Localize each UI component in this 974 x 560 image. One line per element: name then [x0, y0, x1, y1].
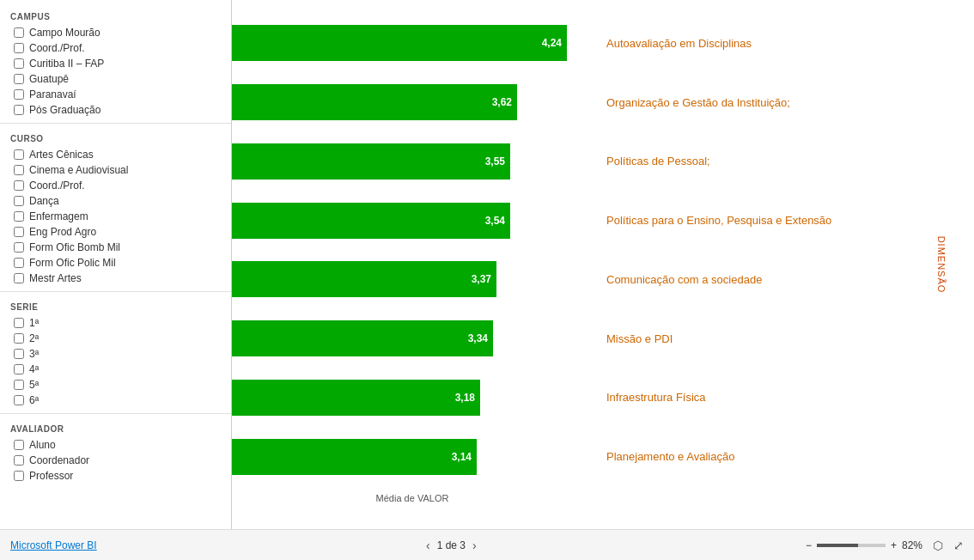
filter-item-2-3[interactable]: 4ª	[0, 362, 231, 377]
filter-label-3-1: Coordenador	[29, 454, 89, 466]
filter-item-1-1[interactable]: Cinema e Audiovisual	[0, 162, 231, 178]
filter-checkbox-1-8[interactable]	[14, 273, 24, 283]
filter-checkbox-2-2[interactable]	[14, 349, 24, 359]
pagination-text: 1 de 3	[437, 539, 466, 551]
filter-checkbox-2-4[interactable]	[14, 380, 24, 390]
zoom-minus-button[interactable]: −	[806, 539, 812, 551]
filter-label-0-0: Campo Mourão	[29, 27, 100, 39]
filter-item-0-2[interactable]: Curitiba II – FAP	[0, 56, 231, 71]
filter-checkbox-1-4[interactable]	[14, 211, 24, 222]
filter-label-1-2: Coord./Prof.	[29, 180, 85, 192]
fullscreen-icon[interactable]: ⤢	[953, 539, 964, 552]
bar-value-2: 3,55	[485, 155, 505, 167]
chart-inner: 4,24Autoavaliação em Disciplinas3,62Orga…	[232, 10, 974, 490]
filter-label-2-0: 1ª	[29, 317, 39, 329]
bar-wrapper-0: 4,24	[232, 25, 593, 61]
bar-value-0: 4,24	[542, 37, 562, 49]
filter-checkbox-2-5[interactable]	[14, 395, 24, 405]
filter-item-0-5[interactable]: Pós Graduação	[0, 102, 231, 118]
filter-label-2-1: 2ª	[29, 332, 39, 344]
bar-wrapper-5: 3,34	[232, 320, 593, 356]
zoom-plus-button[interactable]: +	[891, 539, 897, 551]
zoom-control: − + 82%	[806, 539, 922, 551]
filter-label-0-3: Guatupê	[29, 73, 69, 85]
filter-checkbox-0-5[interactable]	[14, 105, 24, 115]
bar-label-2: Políticas de Pessoal;	[606, 155, 710, 167]
filter-item-0-3[interactable]: Guatupê	[0, 71, 231, 87]
prev-page-button[interactable]: ‹	[426, 539, 430, 552]
bar-wrapper-3: 3,54	[232, 203, 593, 239]
bar-value-7: 3,14	[452, 451, 472, 463]
filter-checkbox-1-2[interactable]	[14, 180, 24, 191]
filter-item-1-7[interactable]: Form Ofic Polic Mil	[0, 255, 231, 271]
bar-row-6: 3,18Infraestrutura Física	[232, 376, 974, 419]
filter-checkbox-2-1[interactable]	[14, 333, 24, 344]
powerbi-link[interactable]: Microsoft Power BI	[10, 539, 97, 551]
filter-checkbox-1-7[interactable]	[14, 258, 24, 268]
filter-checkbox-3-0[interactable]	[14, 440, 24, 450]
bar-value-6: 3,18	[455, 392, 475, 404]
filter-checkbox-2-0[interactable]	[14, 318, 24, 328]
filter-label-1-3: Dança	[29, 195, 59, 207]
filter-item-2-2[interactable]: 3ª	[0, 346, 231, 362]
filter-label-1-5: Eng Prod Agro	[29, 226, 96, 238]
bar-row-1: 3,62Organização e Gestão da Instituição;	[232, 81, 974, 124]
filter-checkbox-3-2[interactable]	[14, 471, 24, 481]
filter-item-3-0[interactable]: Aluno	[0, 437, 231, 453]
left-panel: CAMPUSCampo MourãoCoord./Prof.Curitiba I…	[0, 0, 232, 529]
filter-item-2-5[interactable]: 6ª	[0, 393, 231, 408]
filter-checkbox-3-1[interactable]	[14, 455, 24, 466]
filter-item-1-3[interactable]: Dança	[0, 193, 231, 209]
filter-label-1-0: Artes Cênicas	[29, 149, 94, 161]
filter-checkbox-1-0[interactable]	[14, 149, 24, 160]
filter-item-1-5[interactable]: Eng Prod Agro	[0, 224, 231, 240]
filter-item-1-2[interactable]: Coord./Prof.	[0, 178, 231, 193]
filter-checkbox-1-3[interactable]	[14, 196, 24, 206]
share-icon[interactable]: ⬡	[933, 539, 943, 552]
bar-7: 3,14	[232, 439, 477, 475]
filter-checkbox-0-1[interactable]	[14, 43, 24, 53]
filter-item-1-8[interactable]: Mestr Artes	[0, 271, 231, 286]
bar-row-2: 3,55Políticas de Pessoal;	[232, 140, 974, 183]
bar-value-4: 3,37	[472, 273, 491, 285]
filter-checkbox-0-3[interactable]	[14, 74, 24, 84]
bar-row-0: 4,24Autoavaliação em Disciplinas	[232, 21, 974, 64]
filter-item-0-4[interactable]: Paranavaí	[0, 87, 231, 102]
filter-item-2-0[interactable]: 1ª	[0, 315, 231, 331]
filter-checkbox-1-6[interactable]	[14, 242, 24, 253]
main-container: CAMPUSCampo MourãoCoord./Prof.Curitiba I…	[0, 0, 974, 560]
filter-label-1-1: Cinema e Audiovisual	[29, 164, 128, 176]
filter-checkbox-1-1[interactable]	[14, 165, 24, 175]
bar-label-1: Organização e Gestão da Instituição;	[606, 96, 790, 109]
zoom-slider[interactable]	[817, 544, 886, 547]
filter-item-0-1[interactable]: Coord./Prof.	[0, 40, 231, 56]
filter-checkbox-0-4[interactable]	[14, 89, 24, 100]
filter-section-title-0: CAMPUS	[0, 7, 231, 25]
section-divider-1	[0, 291, 231, 292]
filter-item-1-0[interactable]: Artes Cênicas	[0, 147, 231, 162]
filter-item-1-4[interactable]: Enfermagem	[0, 209, 231, 224]
filter-item-3-1[interactable]: Coordenador	[0, 453, 231, 468]
filter-label-3-0: Aluno	[29, 439, 56, 451]
filter-item-3-2[interactable]: Professor	[0, 468, 231, 484]
filter-label-0-1: Coord./Prof.	[29, 42, 85, 54]
bar-row-5: 3,34Missão e PDI	[232, 317, 974, 360]
bar-5: 3,34	[232, 320, 493, 356]
filter-label-1-8: Mestr Artes	[29, 272, 82, 284]
filter-item-2-4[interactable]: 5ª	[0, 377, 231, 393]
filter-item-2-1[interactable]: 2ª	[0, 331, 231, 346]
filter-item-0-0[interactable]: Campo Mourão	[0, 25, 231, 40]
filter-checkbox-1-5[interactable]	[14, 227, 24, 237]
filter-checkbox-0-0[interactable]	[14, 27, 24, 38]
next-page-button[interactable]: ›	[472, 539, 477, 552]
filter-label-1-4: Enfermagem	[29, 210, 88, 222]
pagination: ‹ 1 de 3 ›	[426, 539, 477, 552]
filter-checkbox-0-2[interactable]	[14, 58, 24, 69]
bar-row-4: 3,37Comunicação com a sociedade	[232, 258, 974, 301]
filter-label-2-5: 6ª	[29, 394, 39, 406]
bar-wrapper-2: 3,55	[232, 143, 593, 180]
filter-label-1-7: Form Ofic Polic Mil	[29, 257, 116, 269]
filter-checkbox-2-3[interactable]	[14, 364, 24, 374]
filter-item-1-6[interactable]: Form Ofic Bomb Mil	[0, 240, 231, 255]
bar-label-3: Políticas para o Ensino, Pesquisa e Exte…	[606, 214, 831, 227]
